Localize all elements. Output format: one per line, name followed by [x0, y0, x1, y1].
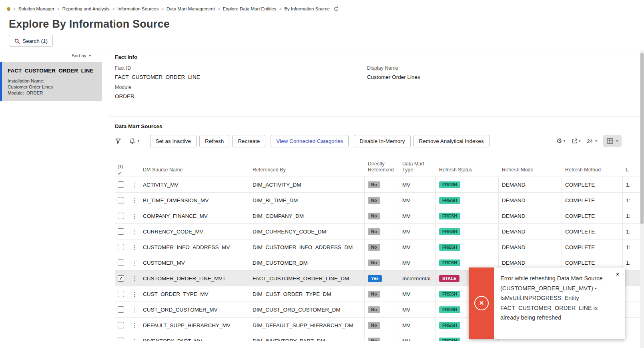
- cell-directly-referenced: No: [365, 224, 399, 239]
- scrollbar-thumb[interactable]: [640, 53, 644, 224]
- cell-refresh-status: FRESH: [436, 224, 499, 239]
- status-dot-icon: [7, 7, 10, 11]
- table-row[interactable]: ⋮CURRENCY_CODE_MVDIM_CURRENCY_CODE_DMNoM…: [115, 224, 640, 239]
- status-badge: No: [368, 259, 380, 266]
- search-button[interactable]: Search (1): [9, 35, 53, 47]
- status-badge: FRESH: [439, 259, 460, 266]
- status-badge: FRESH: [439, 322, 460, 329]
- page-header: >Solution Manager>Reporting and Analysis…: [0, 0, 644, 50]
- status-badge: No: [368, 197, 380, 204]
- row-menu-kebab-icon[interactable]: ⋮: [132, 291, 138, 297]
- display-name-value: Customer Order Lines: [367, 74, 640, 80]
- notification-bell-icon[interactable]: ▾: [129, 138, 140, 144]
- row-checkbox[interactable]: [118, 291, 124, 297]
- module-value: ORDER: [115, 93, 367, 99]
- search-button-label: Search (1): [22, 38, 48, 44]
- row-menu-kebab-icon[interactable]: ⋮: [132, 260, 138, 266]
- cell-data-mart-type: MV: [399, 177, 436, 192]
- row-menu-kebab-icon[interactable]: ⋮: [132, 213, 138, 219]
- row-checkbox[interactable]: [118, 259, 124, 266]
- header-dm-source-name[interactable]: DM Source Name: [140, 167, 249, 177]
- row-checkbox[interactable]: [118, 213, 124, 219]
- error-toast: ✕ Error while refreshing Data Mart Sourc…: [469, 268, 625, 339]
- table-row[interactable]: ⋮COMPANY_FINANCE_MVDIM_COMPANY_DMNoMVFRE…: [115, 208, 640, 224]
- row-menu-kebab-icon[interactable]: ⋮: [132, 229, 138, 235]
- view-connected-categories-button[interactable]: View Connected Categories: [271, 135, 349, 147]
- cell-dm-source-name: CUSTOMER_INFO_ADDRESS_MV: [140, 239, 249, 255]
- breadcrumb-item[interactable]: Explore Data Mart Entities: [223, 6, 277, 11]
- status-badge: No: [368, 181, 380, 188]
- breadcrumb-item[interactable]: Information Sources: [117, 6, 158, 11]
- display-name-field: Display Name Customer Order Lines: [367, 65, 640, 80]
- row-checkbox[interactable]: [118, 322, 124, 328]
- cell-directly-referenced: Yes: [365, 271, 399, 286]
- remove-analytical-indexes-button[interactable]: Remove Analytical Indexes: [413, 135, 490, 147]
- row-menu-kebab-icon[interactable]: ⋮: [132, 197, 138, 203]
- vertical-scrollbar[interactable]: [640, 50, 644, 348]
- status-badge: No: [368, 244, 380, 251]
- header-last[interactable]: L: [623, 167, 640, 177]
- status-badge: FRESH: [439, 306, 460, 313]
- row-checkbox[interactable]: [118, 244, 124, 250]
- cell-refresh-mode: DEMAND: [499, 193, 562, 208]
- fact-info-title: Fact Info: [115, 54, 640, 60]
- header-refresh-method[interactable]: Refresh Method: [562, 167, 623, 177]
- table-row[interactable]: ⋮ACTIVITY_MVDIM_ACTIVITY_DMNoMVFRESHDEMA…: [115, 177, 640, 193]
- breadcrumb-item[interactable]: By Information Source: [284, 6, 330, 11]
- status-badge: FRESH: [439, 213, 460, 219]
- breadcrumb-separator-icon: >: [279, 7, 281, 11]
- header-referenced-by[interactable]: Referenced By: [249, 167, 365, 177]
- row-menu-kebab-icon[interactable]: ⋮: [132, 182, 138, 188]
- refresh-breadcrumb-icon[interactable]: [333, 6, 339, 12]
- header-refresh-status[interactable]: Refresh Status: [436, 167, 499, 177]
- row-menu-kebab-icon[interactable]: ⋮: [132, 338, 138, 341]
- breadcrumb-item[interactable]: Reporting and Analysis: [62, 6, 110, 11]
- view-mode-selector[interactable]: ▾: [603, 135, 622, 147]
- status-badge: FRESH: [439, 181, 460, 188]
- cell-referenced-by: DIM_INVENTORY_PART_DM: [249, 333, 365, 341]
- breadcrumb-bar: >Solution Manager>Reporting and Analysis…: [0, 0, 644, 18]
- row-checkbox[interactable]: [118, 197, 124, 203]
- settings-gear-icon[interactable]: ⚙ ▾: [556, 138, 565, 144]
- cell-data-mart-type: MV: [399, 239, 436, 255]
- cell-directly-referenced: No: [365, 193, 399, 208]
- refresh-button[interactable]: Refresh: [199, 135, 229, 147]
- cell-last: 1:: [623, 208, 640, 223]
- header-directly-referenced[interactable]: Directly Referenced: [365, 161, 399, 177]
- row-menu-kebab-icon[interactable]: ⋮: [132, 276, 138, 282]
- recreate-button[interactable]: Recreate: [232, 135, 265, 147]
- search-icon: [14, 38, 20, 44]
- chevron-down-icon: ▾: [138, 139, 140, 143]
- cell-referenced-by: DIM_DEFAULT_SUPP_HIERARCHY_DM: [249, 318, 365, 333]
- toast-close-icon[interactable]: ✕: [616, 272, 620, 277]
- sidebar-module-value: ORDER: [26, 91, 43, 95]
- set-as-inactive-button[interactable]: Set as Inactive: [150, 135, 197, 147]
- header-data-mart-type[interactable]: Data Mart Type: [399, 161, 436, 177]
- table-row[interactable]: ⋮BI_TIME_DIMENSION_MVDIM_BI_TIME_DMNoMVF…: [115, 193, 640, 208]
- row-menu-kebab-icon[interactable]: ⋮: [132, 244, 138, 250]
- row-menu-kebab-icon[interactable]: ⋮: [132, 322, 138, 328]
- cell-referenced-by: DIM_CUSTOMER_DM: [249, 255, 365, 270]
- cell-data-mart-type: MV: [399, 286, 436, 302]
- header-refresh-mode[interactable]: Refresh Mode: [499, 167, 562, 177]
- data-mart-sources-title: Data Mart Sources: [115, 123, 640, 129]
- row-checkbox[interactable]: [118, 181, 124, 188]
- sidebar-item-fact-customer-order-line[interactable]: FACT_CUSTOMER_ORDER_LINE Installation Na…: [0, 62, 102, 101]
- filter-icon[interactable]: [115, 138, 121, 144]
- fact-id-field: Fact ID FACT_CUSTOMER_ORDER_LINE: [115, 65, 367, 80]
- breadcrumb-item[interactable]: Data Mart Management: [167, 6, 215, 11]
- export-icon[interactable]: ▾: [572, 138, 581, 144]
- row-checkbox[interactable]: [118, 228, 124, 235]
- cell-data-mart-type: MV: [399, 302, 436, 317]
- disable-in-memory-button[interactable]: Disable In-Memory: [354, 135, 410, 147]
- breadcrumb-item[interactable]: Solution Manager: [18, 6, 54, 11]
- row-checkbox[interactable]: [118, 338, 124, 341]
- select-all-check-icon[interactable]: ✓: [118, 171, 122, 177]
- row-checkbox[interactable]: [118, 306, 124, 313]
- row-checkbox[interactable]: ✓: [118, 275, 124, 282]
- page-size-selector[interactable]: 24 ▾: [587, 138, 597, 144]
- sort-by-dropdown[interactable]: Sort by ▾: [72, 53, 91, 58]
- error-circle-icon: ✕: [474, 296, 489, 310]
- row-menu-kebab-icon[interactable]: ⋮: [132, 307, 138, 313]
- table-row[interactable]: ⋮CUSTOMER_INFO_ADDRESS_MVDIM_CUSTOMER_IN…: [115, 239, 640, 255]
